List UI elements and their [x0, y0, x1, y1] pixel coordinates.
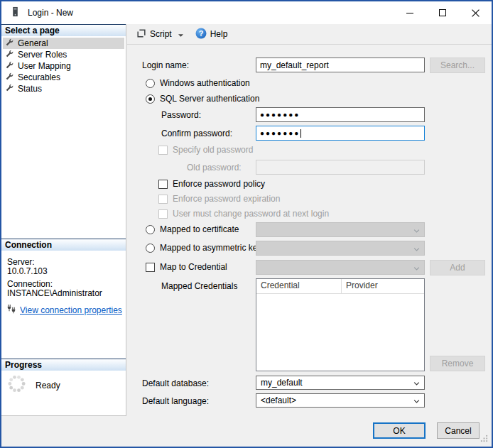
wrench-icon: [6, 50, 13, 60]
close-button[interactable]: [459, 1, 492, 24]
view-connection-properties-link[interactable]: View connection properties: [20, 305, 122, 315]
minimize-button[interactable]: [394, 1, 426, 24]
default-language-dropdown[interactable]: <default>: [256, 393, 425, 408]
enforce-policy-label: Enforce password policy: [173, 179, 265, 189]
server-icon: [10, 6, 21, 19]
select-a-page-header: Select a page: [1, 24, 126, 36]
svg-text:?: ?: [198, 29, 203, 38]
default-language-value: <default>: [261, 395, 413, 405]
mapped-asymmetric-key-label: Mapped to asymmetric key: [160, 243, 261, 253]
search-button: Search...: [430, 58, 485, 73]
certificate-dropdown: [256, 222, 425, 237]
chevron-down-icon: [413, 225, 420, 235]
progress-status: Ready: [36, 381, 60, 390]
sidebar-item-label: Server Roles: [18, 50, 67, 60]
windows-auth-radio[interactable]: Windows authentication: [146, 78, 250, 88]
maximize-button[interactable]: [426, 1, 459, 24]
password-masked-value: ●●●●●●●: [260, 111, 300, 119]
password-label: Password:: [161, 110, 201, 120]
checkbox-icon: [158, 209, 168, 219]
confirm-masked-value: ●●●●●●●: [260, 129, 300, 137]
checkbox-icon: [158, 180, 168, 189]
text-caret: [300, 129, 301, 138]
wrench-icon: [6, 84, 13, 94]
cancel-button[interactable]: Cancel: [437, 422, 480, 439]
mapped-certificate-label: Mapped to certificate: [160, 224, 239, 234]
server-label: Server:: [7, 257, 35, 267]
help-icon: ?: [195, 28, 207, 41]
resize-grip[interactable]: [480, 435, 488, 444]
login-name-input[interactable]: [256, 58, 425, 72]
wrench-icon: [6, 38, 13, 48]
chevron-down-icon: [413, 263, 420, 273]
login-name-label: Login name:: [142, 60, 189, 70]
help-button[interactable]: ? Help: [193, 26, 231, 43]
specify-old-password-checkbox: Specify old password: [158, 145, 253, 155]
mapped-certificate-radio[interactable]: Mapped to certificate: [146, 224, 239, 234]
column-header-provider: Provider: [342, 279, 382, 293]
checkbox-icon: [146, 263, 155, 272]
sidebar-item-user-mapping[interactable]: User Mapping: [3, 60, 124, 72]
chevron-down-icon: [413, 244, 420, 253]
default-language-label: Default language:: [142, 396, 209, 406]
sidebar-item-label: Securables: [18, 72, 60, 82]
radio-icon: [146, 79, 155, 88]
credential-dropdown: [256, 260, 425, 275]
connection-label: Connection:: [7, 279, 53, 289]
sidebar-item-label: User Mapping: [18, 61, 71, 71]
mapped-asymmetric-key-radio[interactable]: Mapped to asymmetric key: [146, 243, 261, 253]
wrench-icon: [6, 61, 13, 71]
sidebar-item-server-roles[interactable]: Server Roles: [3, 49, 124, 60]
column-header-credential: Credential: [256, 279, 342, 293]
script-icon: [136, 28, 146, 40]
sql-auth-label: SQL Server authentication: [160, 94, 259, 104]
progress-spinner-icon: [7, 374, 26, 395]
window-title: Login - New: [28, 8, 73, 18]
server-value: 10.0.7.103: [7, 266, 48, 276]
old-password-input: [256, 160, 425, 175]
progress-header: Progress: [1, 359, 126, 371]
map-to-credential-label: Map to Credential: [160, 262, 227, 272]
sidebar-item-label: Status: [18, 84, 42, 94]
help-label: Help: [210, 29, 228, 39]
main-panel: Script ? Help Login name: Search... Wind…: [127, 24, 492, 416]
mapped-credentials-label: Mapped Credentials: [161, 281, 237, 291]
checkbox-icon: [158, 195, 168, 204]
titlebar[interactable]: Login - New: [1, 1, 492, 24]
table-header: Credential Provider: [256, 279, 424, 294]
sql-auth-radio[interactable]: SQL Server authentication: [146, 94, 259, 104]
sidebar-item-status[interactable]: Status: [3, 83, 124, 94]
confirm-password-input[interactable]: ●●●●●●●: [256, 126, 425, 141]
default-database-label: Default database:: [142, 378, 209, 388]
specify-old-password-label: Specify old password: [173, 145, 253, 155]
enforce-expiration-checkbox: Enforce password expiration: [158, 194, 280, 204]
radio-icon: [146, 244, 155, 253]
mapped-credentials-table: Credential Provider: [256, 278, 425, 371]
script-label: Script: [150, 29, 172, 39]
checkbox-icon: [158, 146, 168, 155]
enforce-policy-checkbox[interactable]: Enforce password policy: [158, 179, 265, 189]
sidebar-item-general[interactable]: General: [3, 38, 124, 49]
sidebar-item-securables[interactable]: Securables: [3, 72, 124, 83]
footer-bar: OK Cancel: [1, 416, 492, 447]
map-to-credential-checkbox[interactable]: Map to Credential: [146, 262, 227, 272]
remove-button: Remove: [430, 356, 485, 371]
must-change-checkbox: User must change password at next login: [158, 209, 329, 219]
connection-properties-icon: [6, 304, 16, 316]
script-button[interactable]: Script: [134, 26, 186, 43]
sidebar: Select a page General Server Roles User …: [1, 24, 126, 416]
credentials-table-body[interactable]: [256, 294, 424, 371]
connection-header: Connection: [1, 239, 126, 251]
add-button: Add: [430, 260, 485, 275]
chevron-down-icon: [413, 378, 420, 388]
ok-button[interactable]: OK: [373, 422, 426, 439]
must-change-label: User must change password at next login: [173, 209, 329, 219]
asymmetric-key-dropdown: [256, 241, 425, 256]
toolbar: Script ? Help: [127, 24, 492, 45]
old-password-label: Old password:: [187, 163, 242, 173]
password-input[interactable]: ●●●●●●●: [256, 107, 425, 122]
connection-value: INSTANCE\Administrator: [7, 288, 102, 298]
chevron-down-icon: [413, 395, 420, 405]
login-new-dialog: Login - New Select a page General Server…: [0, 0, 493, 448]
default-database-dropdown[interactable]: my_default: [256, 376, 425, 390]
